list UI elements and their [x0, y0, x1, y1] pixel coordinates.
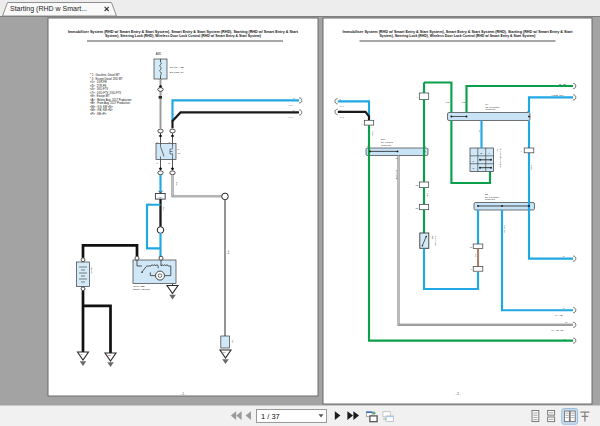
svg-text:<3> : 2TR-FE: <3> : 2TR-FE [90, 84, 106, 88]
svg-text:2Q 1(1B, 1F): 2Q 1(1B, 1F) [170, 71, 185, 74]
svg-text:AM1: AM1 [156, 52, 162, 56]
svg-text:* 2 : Gasoline, Diesel MT: * 2 : Gasoline, Diesel MT [90, 73, 120, 77]
svg-text:1(B): 1(B) [427, 193, 429, 197]
svg-text:25 A: 25 A [163, 206, 165, 211]
svg-text:- 1 -: - 1 - [181, 392, 186, 396]
svg-text:Connector: Connector [486, 108, 496, 110]
svg-text:BR: BR [475, 254, 477, 257]
svg-text:Battery: Battery [91, 268, 93, 276]
svg-text:- 2 -: - 2 - [456, 392, 461, 396]
svg-text:Starter Assembly: Starter Assembly [133, 288, 151, 290]
svg-text:W-B: W-B [228, 250, 230, 255]
svg-text:<1> : 1GR-FE: <1> : 1GR-FE [90, 80, 107, 84]
svg-text:<4> : 1KD-FTV: <4> : 1KD-FTV [90, 87, 108, 91]
svg-text:System), Steering Lock (RHD),: System), Steering Lock (RHD), Wireless D… [105, 34, 262, 38]
svg-text:Immobiliser System (RHD w/ Sma: Immobiliser System (RHD w/ Smart Entry &… [343, 30, 574, 34]
svg-text:<8> : Except MT: <8> : Except MT [90, 94, 110, 98]
svg-text:H(115, 119): H(115, 119) [552, 94, 564, 97]
svg-text:N: N [473, 167, 475, 170]
svg-text:<P> : KB <P>: <P> : KB <P> [90, 112, 107, 116]
svg-text:1(1E): 1(1E) [531, 165, 533, 170]
svg-text:A12: A12 [157, 196, 162, 199]
svg-text:No. 1 Check: No. 1 Check [381, 141, 394, 143]
svg-text:DB: DB [485, 193, 489, 195]
svg-text:4(1E: 4(1E [445, 101, 450, 103]
svg-text:<B> : From Aug. 2017 Productio: <B> : From Aug. 2017 Production [90, 101, 130, 105]
svg-text:(C): (C) [178, 152, 181, 154]
svg-text:Immobiliser System (RHD w/ Sma: Immobiliser System (RHD w/ Smart Entry &… [68, 30, 299, 34]
svg-text:Starting (RHD w Smart...: Starting (RHD w Smart... [10, 5, 87, 13]
svg-text:(4A): (4A) [289, 116, 294, 119]
svg-text:Ignition SW Assembly: Ignition SW Assembly [500, 149, 502, 168]
svg-text:Connector: Connector [485, 198, 495, 200]
svg-text:System), Steering Lock (RHD),: System), Steering Lock (RHD), Wireless D… [380, 34, 537, 38]
svg-text:<M> : KG, KM <N>: <M> : KG, KM <N> [90, 105, 113, 109]
svg-text:Connector: Connector [381, 144, 391, 146]
svg-text:* 4 : Except Diesel 2KD MT: * 4 : Except Diesel 2KD MT [90, 77, 123, 81]
svg-text:No. 2 Junction: No. 2 Junction [486, 106, 501, 108]
svg-text:<A> : Before Aug. 2017 Product: <A> : Before Aug. 2017 Production [90, 98, 132, 102]
svg-text:DA: DA [486, 103, 490, 105]
svg-text:<7> : 1GD-FTV, 2GD-FTV: <7> : 1GD-FTV, 2GD-FTV [90, 91, 121, 95]
svg-text:SH (B): SH (B) [559, 83, 566, 86]
svg-text:EC: EC [223, 351, 226, 353]
svg-text:No. 1 Junction: No. 1 Junction [485, 196, 500, 198]
svg-text:1Q 1(1A, 1B): 1Q 1(1A, 1B) [170, 66, 185, 69]
svg-text:(4A): (4A) [340, 116, 345, 119]
svg-text:5(1E): 5(1E) [372, 131, 374, 136]
svg-text:(4A): (4A) [289, 104, 294, 107]
svg-text:<M> : KB, KM <N>: <M> : KB, KM <N> [90, 108, 113, 112]
svg-text:4(1E: 4(1E [461, 101, 466, 103]
svg-text:1 / 37: 1 / 37 [261, 412, 280, 421]
svg-text:Starter SW: Starter SW [435, 236, 437, 246]
svg-text:(4A): (4A) [340, 105, 345, 108]
